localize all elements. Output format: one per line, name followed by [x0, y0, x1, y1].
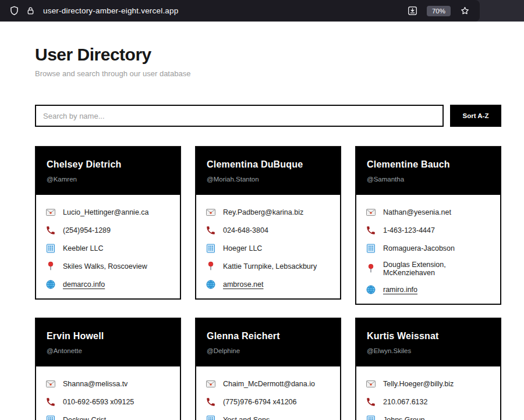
- shield-icon[interactable]: [6, 3, 22, 19]
- user-phone: (775)976-6794 x41206: [223, 398, 297, 406]
- user-card-header: Clementina DuBuque @Moriah.Stanton: [196, 147, 340, 195]
- office-building-icon: [45, 415, 56, 420]
- user-username: @Kamren: [47, 176, 169, 183]
- user-username: @Elwyn.Skiles: [367, 347, 490, 355]
- company-row: Romaguera-Jacobson: [366, 243, 491, 254]
- phone-receiver-icon: [206, 397, 216, 407]
- user-email: Lucio_Hettinger@annie.ca: [63, 208, 149, 216]
- user-card: Chelsey Dietrich @Kamren Lucio_Hettinger…: [35, 146, 181, 300]
- user-website-link[interactable]: ambrose.net: [223, 280, 263, 289]
- user-name: Glenna Reichert: [207, 330, 330, 341]
- phone-receiver-icon: [366, 225, 376, 236]
- user-company: Hoeger LLC: [223, 244, 262, 252]
- user-grid: Chelsey Dietrich @Kamren Lucio_Hettinger…: [35, 146, 501, 420]
- user-website-link[interactable]: demarco.info: [63, 280, 105, 289]
- phone-receiver-icon: [45, 225, 56, 236]
- round-pushpin-icon: [45, 261, 56, 272]
- user-card-header: Clementine Bauch @Samantha: [356, 147, 500, 195]
- search-row: Sort A-Z: [35, 105, 501, 127]
- user-name: Clementine Bauch: [367, 159, 490, 170]
- globe-icon: [206, 279, 216, 290]
- user-card: Ervin Howell @Antonette Shanna@melissa.t…: [35, 318, 181, 420]
- address-row: Douglas Extension, McKenziehaven: [366, 261, 491, 277]
- user-card-body: Rey.Padberg@karina.biz 024-648-3804: [196, 195, 340, 298]
- office-building-icon: [206, 243, 216, 254]
- browser-toolbar: user-directory-amber-eight.vercel.app 70…: [0, 0, 524, 22]
- user-name: Ervin Howell: [47, 330, 169, 341]
- user-email: Telly.Hoeger@billy.biz: [383, 380, 454, 388]
- user-company: Deckow-Crist: [63, 416, 106, 420]
- url-text[interactable]: user-directory-amber-eight.vercel.app: [43, 6, 405, 15]
- user-address: Douglas Extension, McKenziehaven: [383, 261, 491, 277]
- envelope-icon: [45, 379, 56, 389]
- user-name: Kurtis Weissnat: [367, 330, 490, 341]
- phone-row: 024-648-3804: [206, 225, 331, 236]
- envelope-icon: [45, 207, 56, 218]
- page-title: User Directory: [35, 45, 501, 65]
- user-company: Yost and Sons: [223, 416, 270, 420]
- email-row: Nathan@yesenia.net: [366, 207, 491, 218]
- website-row: ramiro.info: [366, 284, 491, 295]
- user-website-link[interactable]: ramiro.info: [383, 286, 417, 294]
- user-card-body: Nathan@yesenia.net 1-463-123-4447: [356, 195, 500, 304]
- page-content: User Directory Browse and search through…: [35, 45, 501, 420]
- sort-button[interactable]: Sort A-Z: [450, 105, 501, 127]
- user-card-body: Shanna@melissa.tv 010-692-6593 x09125: [36, 366, 180, 420]
- user-card-body: Lucio_Hettinger@annie.ca (254)954-1289: [36, 195, 180, 298]
- email-row: Rey.Padberg@karina.biz: [206, 207, 331, 218]
- user-card-header: Chelsey Dietrich @Kamren: [36, 147, 180, 195]
- company-row: Deckow-Crist: [45, 414, 171, 420]
- lock-icon[interactable]: [22, 3, 38, 19]
- user-address: Skiles Walks, Roscoeview: [63, 262, 147, 270]
- envelope-icon: [366, 207, 376, 218]
- url-bar[interactable]: user-directory-amber-eight.vercel.app 70…: [0, 0, 480, 22]
- user-card: Kurtis Weissnat @Elwyn.Skiles Telly.Hoeg…: [355, 318, 501, 420]
- download-icon[interactable]: [405, 3, 421, 19]
- globe-icon: [45, 279, 56, 290]
- star-icon[interactable]: [456, 3, 473, 19]
- user-card-header: Kurtis Weissnat @Elwyn.Skiles: [356, 319, 500, 366]
- user-card: Clementina DuBuque @Moriah.Stanton Rey.P…: [195, 146, 341, 300]
- phone-row: (254)954-1289: [45, 225, 171, 236]
- user-card: Glenna Reichert @Delphine Chaim_McDermot…: [195, 318, 341, 420]
- user-card: Clementine Bauch @Samantha Nathan@yeseni…: [355, 146, 501, 305]
- address-row: Kattie Turnpike, Lebsackbury: [206, 261, 331, 272]
- user-card-body: Chaim_McDermott@dana.io (775)976-6794 x4…: [196, 366, 340, 420]
- user-company: Romaguera-Jacobson: [383, 244, 455, 252]
- envelope-icon: [206, 379, 216, 389]
- user-phone: 1-463-123-4447: [383, 226, 435, 234]
- globe-icon: [366, 284, 376, 295]
- office-building-icon: [366, 415, 376, 420]
- phone-receiver-icon: [206, 225, 216, 236]
- user-company: Keebler LLC: [63, 244, 104, 252]
- email-row: Telly.Hoeger@billy.biz: [366, 378, 491, 389]
- user-phone: (254)954-1289: [63, 226, 111, 234]
- phone-receiver-icon: [366, 397, 376, 407]
- website-row: ambrose.net: [206, 279, 331, 290]
- user-username: @Moriah.Stanton: [207, 176, 330, 183]
- round-pushpin-icon: [206, 261, 216, 272]
- user-phone: 210.067.6132: [383, 398, 427, 406]
- user-username: @Antonette: [47, 347, 169, 355]
- user-card-header: Ervin Howell @Antonette: [36, 319, 180, 366]
- envelope-icon: [206, 207, 216, 218]
- user-email: Nathan@yesenia.net: [383, 208, 451, 216]
- search-input[interactable]: [35, 105, 444, 127]
- user-address: Kattie Turnpike, Lebsackbury: [223, 262, 317, 270]
- phone-receiver-icon: [45, 397, 56, 407]
- address-row: Skiles Walks, Roscoeview: [45, 261, 171, 272]
- zoom-level-badge[interactable]: 70%: [427, 6, 451, 16]
- office-building-icon: [45, 243, 56, 254]
- email-row: Lucio_Hettinger@annie.ca: [45, 207, 171, 218]
- user-phone: 024-648-3804: [223, 226, 268, 234]
- company-row: Johns Group: [366, 414, 491, 420]
- user-username: @Samantha: [367, 176, 490, 183]
- email-row: Chaim_McDermott@dana.io: [206, 378, 331, 389]
- user-username: @Delphine: [207, 347, 330, 355]
- user-card-header: Glenna Reichert @Delphine: [196, 319, 340, 366]
- office-building-icon: [206, 415, 216, 420]
- company-row: Hoeger LLC: [206, 243, 331, 254]
- company-row: Yost and Sons: [206, 414, 331, 420]
- user-company: Johns Group: [383, 416, 425, 420]
- page-subtitle: Browse and search through our user datab…: [35, 69, 501, 78]
